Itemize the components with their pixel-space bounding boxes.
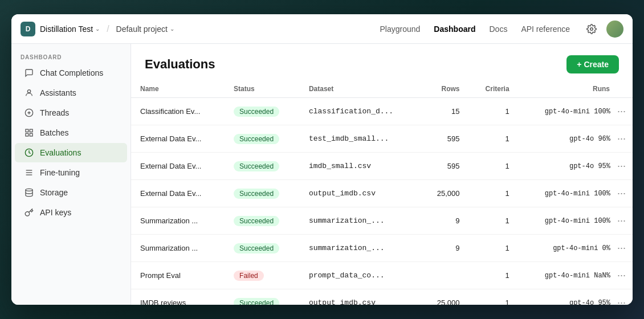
sidebar-item-threads[interactable]: Threads [15, 103, 127, 122]
topbar-nav: Playground Dashboard Docs API reference [379, 22, 571, 36]
cell-rows: 15 [421, 98, 468, 125]
cell-name: Summarization ... [131, 235, 225, 262]
nav-docs[interactable]: Docs [488, 22, 508, 36]
default-project-selector[interactable]: Default project ⌄ [116, 24, 174, 34]
col-header-rows: Rows [421, 80, 468, 98]
cell-dataset: summarization_... [300, 235, 421, 262]
col-header-criteria: Criteria [469, 80, 519, 98]
fine-tuning-icon [24, 167, 34, 178]
cell-criteria: 1 [469, 153, 519, 180]
cell-rows: 25,000 [421, 180, 468, 207]
project-chevron-icon: ⌄ [95, 26, 100, 32]
sidebar-storage-label: Storage [40, 188, 68, 197]
sidebar-item-fine-tuning[interactable]: Fine-tuning [15, 163, 127, 182]
table-row[interactable]: IMDB reviews Succeeded output_imdb.csv 2… [131, 289, 633, 305]
cell-criteria: 1 [469, 262, 519, 289]
runs-value: gpt-4o-mini 100% [545, 108, 610, 116]
cell-dataset: output_imdb.csv [300, 180, 421, 207]
sidebar-fine-tuning-label: Fine-tuning [40, 168, 80, 177]
cell-dataset: output_imdb.csv [300, 289, 421, 305]
runs-value: gpt-4o-mini 100% [545, 190, 610, 198]
cell-dataset: test_imdb_small... [300, 125, 421, 153]
row-more-button[interactable]: ··· [615, 296, 628, 305]
table-row[interactable]: Summarization ... Succeeded summarizatio… [131, 207, 633, 235]
nav-dashboard[interactable]: Dashboard [433, 22, 476, 36]
topbar-separator: / [107, 24, 109, 34]
cell-criteria: 1 [469, 207, 519, 235]
user-avatar[interactable] [606, 21, 623, 38]
status-badge: Succeeded [234, 161, 279, 171]
content-area: Evaluations + Create Name Status Dataset… [131, 44, 633, 305]
row-more-button[interactable]: ··· [615, 186, 628, 201]
sidebar-item-batches[interactable]: Batches [15, 123, 127, 142]
cell-criteria: 1 [469, 98, 519, 125]
cell-name: IMDB reviews [131, 289, 225, 305]
cell-criteria: 1 [469, 289, 519, 305]
cell-rows: 9 [421, 207, 468, 235]
cell-status: Failed [225, 262, 300, 289]
cell-name: External Data Ev... [131, 125, 225, 153]
runs-value: gpt-4o-mini 100% [545, 217, 610, 225]
table-row[interactable]: Classification Ev... Succeeded classific… [131, 98, 633, 125]
status-badge: Succeeded [234, 216, 279, 226]
cell-rows: 9 [421, 235, 468, 262]
sidebar-item-chat-completions[interactable]: Chat Completions [15, 63, 127, 83]
status-badge: Succeeded [234, 134, 279, 144]
cell-runs: gpt-4o 95% ··· [519, 153, 633, 180]
sidebar-api-keys-label: API keys [40, 208, 71, 217]
row-more-button[interactable]: ··· [615, 214, 628, 228]
sidebar-item-assistants[interactable]: Assistants [15, 83, 127, 103]
svg-rect-5 [26, 133, 28, 136]
cell-name: Summarization ... [131, 207, 225, 235]
status-badge: Succeeded [234, 107, 279, 117]
sidebar-threads-label: Threads [40, 108, 69, 117]
row-more-button[interactable]: ··· [615, 268, 628, 283]
create-button[interactable]: + Create [566, 55, 619, 73]
sidebar-assistants-label: Assistants [40, 88, 76, 97]
status-badge: Failed [234, 271, 264, 281]
nav-playground[interactable]: Playground [379, 22, 422, 36]
sidebar-item-storage[interactable]: Storage [15, 183, 127, 202]
cell-rows: 595 [421, 125, 468, 153]
cell-dataset: imdb_small.csv [300, 153, 421, 180]
nav-api-reference[interactable]: API reference [520, 22, 571, 36]
cell-name: Prompt Eval [131, 262, 225, 289]
sidebar-item-evaluations[interactable]: Evaluations [15, 143, 127, 162]
cell-status: Succeeded [225, 207, 300, 235]
cell-status: Succeeded [225, 153, 300, 180]
content-header: Evaluations + Create [131, 44, 633, 80]
runs-value: gpt-4o 95% [569, 299, 610, 305]
svg-point-11 [26, 189, 32, 191]
cell-criteria: 1 [469, 125, 519, 153]
table-row[interactable]: External Data Ev... Succeeded output_imd… [131, 180, 633, 207]
table-row[interactable]: External Data Ev... Succeeded imdb_small… [131, 153, 633, 180]
settings-button[interactable] [582, 20, 601, 38]
api-keys-icon [24, 207, 34, 218]
cell-runs: gpt-4o 96% ··· [519, 125, 633, 153]
row-more-button[interactable]: ··· [615, 159, 628, 173]
row-more-button[interactable]: ··· [615, 241, 628, 255]
main-window: D Distillation Test ⌄ / Default project … [11, 14, 633, 305]
sidebar-item-api-keys[interactable]: API keys [15, 203, 127, 222]
svg-point-1 [27, 90, 30, 93]
project-selector[interactable]: Distillation Test ⌄ [40, 24, 100, 34]
table-row[interactable]: Summarization ... Succeeded summarizatio… [131, 235, 633, 262]
cell-name: Classification Ev... [131, 98, 225, 125]
project-badge: D [21, 22, 35, 36]
table-row[interactable]: Prompt Eval Failed prompt_data_co... 1 g… [131, 262, 633, 289]
runs-value: gpt-4o 96% [569, 135, 610, 143]
topbar-left: D Distillation Test ⌄ / Default project … [21, 22, 379, 36]
cell-dataset: summarization_... [300, 207, 421, 235]
runs-value: gpt-4o-mini 0% [553, 244, 610, 252]
threads-icon [24, 108, 34, 118]
cell-dataset: classification_d... [300, 98, 421, 125]
row-more-button[interactable]: ··· [615, 104, 628, 118]
topbar-icons [582, 20, 623, 38]
sidebar-section-title: DASHBOARD [11, 51, 131, 63]
default-project-chevron-icon: ⌄ [170, 26, 174, 32]
main-layout: DASHBOARD Chat Completions Assistants [11, 44, 633, 305]
row-more-button[interactable]: ··· [615, 132, 628, 146]
table-row[interactable]: External Data Ev... Succeeded test_imdb_… [131, 125, 633, 153]
status-badge: Succeeded [234, 298, 279, 305]
svg-rect-6 [30, 133, 32, 136]
